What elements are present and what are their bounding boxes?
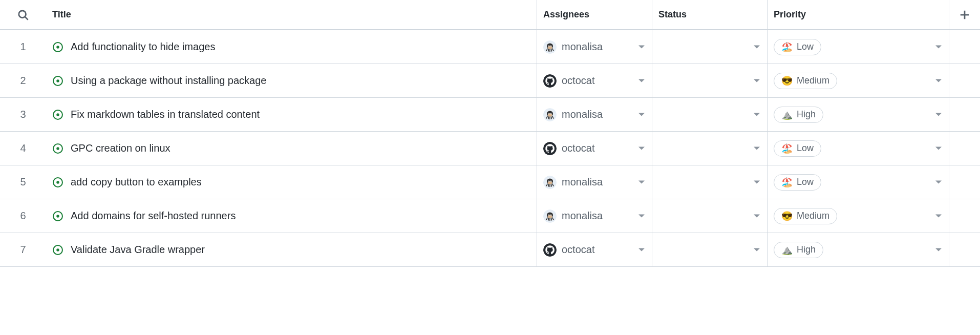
priority-pill: 🏖️Low xyxy=(774,39,821,55)
table-body: 1Add functionality to hide imagesmonalis… xyxy=(0,30,980,267)
cell-status[interactable] xyxy=(652,64,768,97)
avatar xyxy=(543,108,557,121)
cell-extra xyxy=(949,64,980,97)
issue-open-icon xyxy=(52,75,63,87)
chevron-down-icon xyxy=(638,145,645,152)
assignee-name: monalisa xyxy=(562,109,603,120)
header-assignees-label: Assignees xyxy=(543,9,589,20)
cell-status[interactable] xyxy=(652,165,768,199)
cell-title[interactable]: Add domains for self-hosted runners xyxy=(46,199,537,233)
svg-point-11 xyxy=(56,147,59,150)
priority-label: Medium xyxy=(797,211,829,221)
row-number: 3 xyxy=(0,98,46,131)
issue-title: Validate Java Gradle wrapper xyxy=(71,244,205,256)
cell-extra xyxy=(949,30,980,64)
chevron-down-icon xyxy=(638,179,645,185)
cell-priority[interactable]: 🏖️Low xyxy=(768,132,949,165)
cell-status[interactable] xyxy=(652,30,768,64)
cell-priority[interactable]: 🏖️Low xyxy=(768,30,949,64)
cell-assignees[interactable]: monalisa xyxy=(537,199,652,233)
cell-status[interactable] xyxy=(652,199,768,233)
priority-emoji: 😎 xyxy=(781,75,793,87)
row-number: 1 xyxy=(0,30,46,64)
cell-title[interactable]: Using a package without installing packa… xyxy=(46,64,537,97)
priority-label: High xyxy=(797,109,816,120)
cell-assignees[interactable]: monalisa xyxy=(537,30,652,64)
cell-title[interactable]: Fix markdown tables in translated conten… xyxy=(46,98,537,131)
issue-open-icon xyxy=(52,109,63,120)
chevron-down-icon xyxy=(935,78,942,84)
cell-title[interactable]: Add functionality to hide images xyxy=(46,30,537,64)
header-add-column[interactable] xyxy=(949,0,980,29)
priority-emoji: 😎 xyxy=(781,211,793,222)
priority-emoji: ⛰️ xyxy=(781,109,793,120)
chevron-down-icon xyxy=(935,247,942,253)
issue-title: Add domains for self-hosted runners xyxy=(71,210,236,222)
priority-emoji: 🏖️ xyxy=(781,41,793,53)
issue-open-icon xyxy=(52,211,63,222)
chevron-down-icon xyxy=(935,213,942,219)
issue-open-icon xyxy=(52,244,63,256)
svg-point-17 xyxy=(56,248,59,252)
svg-point-7 xyxy=(56,79,59,82)
cell-title[interactable]: add copy button to examples xyxy=(46,165,537,199)
avatar xyxy=(543,210,557,223)
svg-point-15 xyxy=(56,215,59,218)
chevron-down-icon xyxy=(638,247,645,253)
cell-extra xyxy=(949,165,980,199)
priority-emoji: ⛰️ xyxy=(781,244,793,256)
chevron-down-icon xyxy=(935,112,942,118)
chevron-down-icon xyxy=(754,213,760,219)
assignee-name: octocat xyxy=(562,244,594,256)
avatar xyxy=(543,243,557,257)
header-priority-label: Priority xyxy=(774,9,806,20)
cell-extra xyxy=(949,98,980,131)
cell-status[interactable] xyxy=(652,233,768,266)
avatar xyxy=(543,40,557,54)
row-number: 7 xyxy=(0,233,46,266)
table-row: 3Fix markdown tables in translated conte… xyxy=(0,98,980,132)
cell-extra xyxy=(949,132,980,165)
cell-title[interactable]: Validate Java Gradle wrapper xyxy=(46,233,537,266)
cell-extra xyxy=(949,199,980,233)
cell-status[interactable] xyxy=(652,132,768,165)
priority-pill: 🏖️Low xyxy=(774,140,821,157)
assignee-name: octocat xyxy=(562,75,594,87)
cell-status[interactable] xyxy=(652,98,768,131)
cell-assignees[interactable]: octocat xyxy=(537,64,652,97)
cell-assignees[interactable]: monalisa xyxy=(537,98,652,131)
priority-label: Low xyxy=(797,41,814,52)
table-row: 4GPC creation on linuxoctocat🏖️Low xyxy=(0,132,980,165)
cell-priority[interactable]: ⛰️High xyxy=(768,98,949,131)
header-assignees[interactable]: Assignees xyxy=(537,0,652,29)
cell-priority[interactable]: ⛰️High xyxy=(768,233,949,266)
cell-priority[interactable]: 😎Medium xyxy=(768,199,949,233)
chevron-down-icon xyxy=(638,44,645,50)
assignee-name: monalisa xyxy=(562,176,603,188)
issue-title: Using a package without installing packa… xyxy=(71,75,266,87)
cell-assignees[interactable]: monalisa xyxy=(537,165,652,199)
svg-line-1 xyxy=(25,17,28,20)
table-header-row: Title Assignees Status Priority xyxy=(0,0,980,30)
cell-assignees[interactable]: octocat xyxy=(537,233,652,266)
cell-title[interactable]: GPC creation on linux xyxy=(46,132,537,165)
svg-point-13 xyxy=(56,181,59,184)
search-icon[interactable] xyxy=(17,9,29,20)
chevron-down-icon xyxy=(638,78,645,84)
priority-label: Low xyxy=(797,143,814,154)
chevron-down-icon xyxy=(754,145,760,152)
chevron-down-icon xyxy=(935,44,942,50)
header-priority[interactable]: Priority xyxy=(768,0,949,29)
table-row: 6Add domains for self-hosted runnersmona… xyxy=(0,199,980,233)
chevron-down-icon xyxy=(935,145,942,152)
cell-assignees[interactable]: octocat xyxy=(537,132,652,165)
cell-extra xyxy=(949,233,980,266)
header-status[interactable]: Status xyxy=(652,0,768,29)
issue-title: add copy button to examples xyxy=(71,176,202,188)
table-row: 1Add functionality to hide imagesmonalis… xyxy=(0,30,980,64)
header-title[interactable]: Title xyxy=(46,0,537,29)
cell-priority[interactable]: 🏖️Low xyxy=(768,165,949,199)
chevron-down-icon xyxy=(754,44,760,50)
chevron-down-icon xyxy=(935,179,942,185)
cell-priority[interactable]: 😎Medium xyxy=(768,64,949,97)
